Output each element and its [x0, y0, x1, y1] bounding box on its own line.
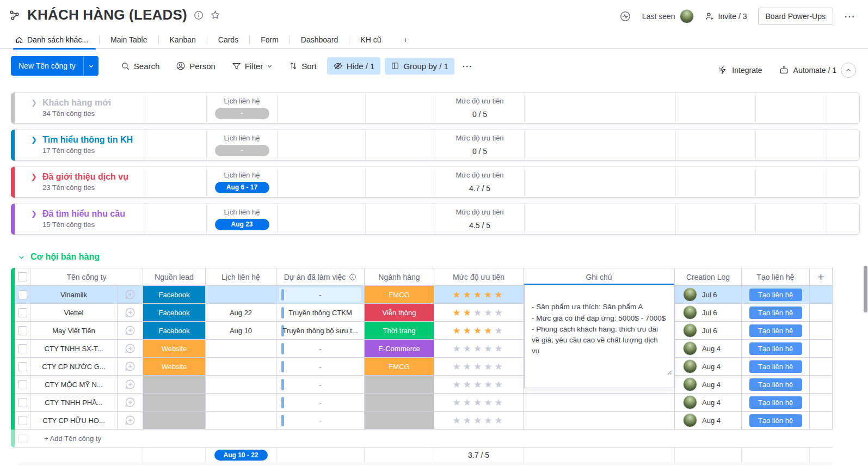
collapsed-group[interactable]: ❯ Đã tìm hiểu nhu cầu 15 Tên công ties L… [11, 204, 860, 235]
sort-button[interactable]: Sort [283, 58, 323, 75]
create-contact-button[interactable]: Tạo liên hệ [749, 414, 802, 427]
tab-3[interactable]: Cards [207, 30, 249, 49]
person-filter-button[interactable]: Person [170, 57, 221, 75]
priority-rating-cell[interactable]: ★★★★★ [434, 376, 524, 393]
create-contact-button[interactable]: Tạo liên hệ [749, 396, 802, 409]
contact-date-cell[interactable]: Aug 22 [206, 304, 276, 321]
add-item-row[interactable]: + Add Tên công ty [15, 430, 833, 448]
new-item-button[interactable]: New Tên công ty [11, 56, 99, 76]
column-header-name[interactable]: Tên công ty [30, 268, 143, 285]
contact-date-cell[interactable] [206, 358, 276, 375]
avatar[interactable] [680, 9, 694, 23]
project-cell[interactable]: - [276, 340, 365, 357]
source-label-cell[interactable]: Facebook [143, 322, 206, 339]
date-range-pill[interactable]: - [215, 108, 269, 119]
source-label-cell[interactable]: Website [143, 340, 206, 357]
industry-label-cell[interactable] [365, 376, 434, 393]
column-header-contact[interactable]: Tạo liên hệ [742, 268, 810, 285]
date-range-pill[interactable]: - [215, 145, 269, 156]
invite-button[interactable]: Invite / 3 [705, 11, 747, 21]
group-date-summary[interactable]: Lịch liên hệ - [206, 93, 277, 123]
tab-0[interactable]: Danh sách khác... [13, 30, 99, 49]
create-contact-button[interactable]: Tạo liên hệ [749, 378, 802, 391]
group-title[interactable]: Khách hàng mới [42, 98, 111, 108]
industry-label-cell[interactable]: FMCG [365, 286, 434, 303]
chevron-right-icon[interactable]: ❯ [31, 210, 37, 218]
table-row[interactable]: CTY CP NƯỚC G... Website - FMCG ★★★★★ Au… [15, 358, 833, 376]
last-seen[interactable]: Last seen [642, 9, 694, 23]
item-name-cell[interactable]: CTY CP HỮU HO... [30, 412, 118, 429]
resize-handle-icon[interactable] [667, 359, 672, 387]
row-checkbox[interactable] [15, 412, 30, 429]
contact-date-cell[interactable]: Aug 10 [206, 322, 276, 339]
project-cell[interactable]: Truyền thông CTKM [276, 304, 365, 321]
table-row[interactable]: Viettel Facebook Aug 22 Truyền thông CTK… [15, 304, 833, 322]
group-date-summary[interactable]: Lịch liên hệ Aug 23 [206, 204, 277, 234]
project-cell[interactable]: Truyền thông bộ sưu t... [276, 322, 365, 339]
contact-date-cell[interactable] [206, 376, 276, 393]
star-rating[interactable]: ★★★★★ [452, 397, 504, 408]
star-rating[interactable]: ★★★★★ [452, 361, 504, 372]
industry-label-cell[interactable] [365, 412, 434, 429]
create-contact-button[interactable]: Tạo liên hệ [749, 324, 802, 337]
group-by-button[interactable]: Group by / 1 [385, 58, 454, 75]
tab-2[interactable]: Kanban [159, 30, 207, 49]
item-name-cell[interactable]: Vinamilk [30, 286, 118, 303]
note-editor[interactable]: - Sản phẩm ưa thích: Sản phẩm A - Mức gi… [524, 284, 674, 388]
industry-label-cell[interactable]: Thời trang [365, 322, 434, 339]
priority-rating-cell[interactable]: ★★★★★ [434, 394, 524, 411]
integrate-button[interactable]: Integrate [718, 65, 762, 75]
contact-date-cell[interactable] [206, 412, 276, 429]
automate-button[interactable]: Automate / 1 [779, 65, 836, 76]
date-range-pill[interactable]: Aug 23 [215, 219, 269, 230]
row-checkbox[interactable] [15, 286, 30, 303]
priority-rating-cell[interactable]: ★★★★★ [434, 322, 524, 339]
add-update-button[interactable] [118, 340, 143, 357]
collapse-header-button[interactable] [841, 63, 856, 78]
column-header-creation-log[interactable]: Creation Log [675, 268, 742, 285]
add-update-button[interactable] [118, 304, 143, 321]
project-cell[interactable]: - [276, 412, 365, 429]
item-name-cell[interactable]: CTY CP NƯỚC G... [30, 358, 118, 375]
board-menu-button[interactable]: ⋯ [844, 10, 856, 23]
row-checkbox[interactable] [15, 376, 30, 393]
table-row[interactable]: May Việt Tiến Facebook Aug 10 Truyền thô… [15, 322, 833, 340]
group-title[interactable]: Cơ hội bán hàng [30, 252, 100, 262]
project-cell[interactable]: - [276, 376, 365, 393]
group-title[interactable]: Tìm hiểu thông tin KH [42, 135, 133, 145]
notes-cell[interactable] [524, 394, 675, 411]
source-label-cell[interactable]: Facebook [143, 304, 206, 321]
create-contact-button[interactable]: Tạo liên hệ [749, 360, 802, 373]
summary-date-cell[interactable]: Aug 10 - 22 [206, 448, 276, 463]
priority-rating-cell[interactable]: ★★★★★ [434, 358, 524, 375]
column-header-project[interactable]: Dự án đã làm việc [276, 268, 365, 285]
table-row[interactable]: CTY TNHH PHẦ... - ★★★★★ Aug 4 Tạo liên h… [15, 394, 833, 412]
column-header-priority[interactable]: Mức độ ưu tiên [434, 268, 524, 285]
star-rating[interactable]: ★★★★★ [452, 307, 504, 318]
add-column-button[interactable]: + [810, 268, 833, 285]
add-update-button[interactable] [118, 394, 143, 411]
add-update-button[interactable] [118, 412, 143, 429]
chevron-right-icon[interactable]: ❯ [31, 136, 37, 144]
add-tab-button[interactable]: + [392, 30, 418, 49]
industry-label-cell[interactable]: E-Commerce [365, 340, 434, 357]
chevron-down-icon[interactable] [18, 254, 25, 261]
group-title-cell[interactable]: ❯ Đã tìm hiểu nhu cầu 15 Tên công ties [11, 204, 144, 234]
project-cell[interactable]: - [276, 286, 365, 303]
favorite-star-icon[interactable] [210, 10, 220, 20]
row-checkbox[interactable] [15, 340, 30, 357]
star-rating[interactable]: ★★★★★ [452, 325, 504, 336]
add-update-button[interactable] [118, 322, 143, 339]
item-name-cell[interactable]: CTY MỘC MỸ N... [30, 376, 118, 393]
item-name-cell[interactable]: Viettel [30, 304, 118, 321]
item-name-cell[interactable]: CTY TNHH SX-T... [30, 340, 118, 357]
group-title[interactable]: Đã tìm hiểu nhu cầu [42, 209, 125, 219]
contact-date-cell[interactable] [206, 286, 276, 303]
chevron-right-icon[interactable]: ❯ [31, 99, 37, 107]
tab-6[interactable]: KH cũ [349, 30, 392, 49]
source-label-cell[interactable] [143, 376, 206, 393]
group-header[interactable]: Cơ hội bán hàng [18, 252, 100, 262]
hide-columns-button[interactable]: Hide / 1 [327, 57, 381, 75]
row-checkbox[interactable] [15, 322, 30, 339]
toolbar-more-button[interactable]: ⋯ [459, 60, 477, 72]
